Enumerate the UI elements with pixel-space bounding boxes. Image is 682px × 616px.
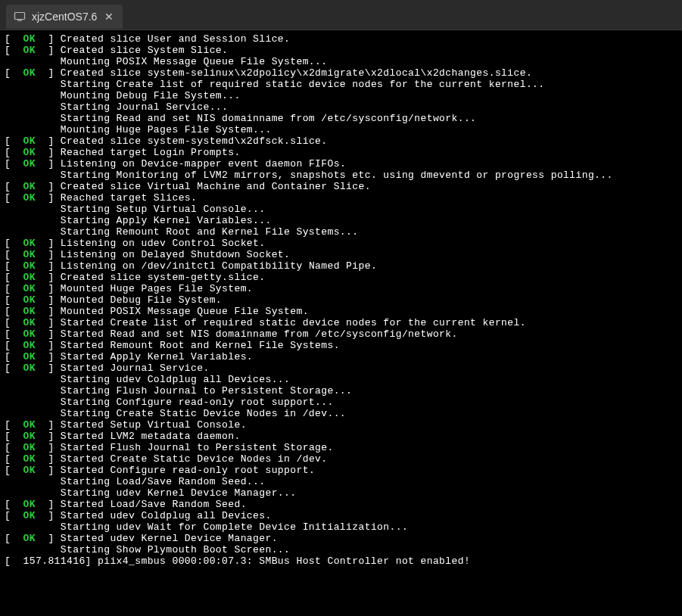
boot-message: Mounted POSIX Message Queue File System. bbox=[61, 306, 309, 317]
boot-line: Starting Apply Kernel Variables... bbox=[5, 215, 677, 226]
boot-line: Starting Read and set NIS domainname fro… bbox=[5, 113, 677, 124]
boot-message: Mounting POSIX Message Queue File System… bbox=[61, 56, 328, 67]
boot-message: Created slice System Slice. bbox=[61, 45, 228, 56]
status-ok: OK bbox=[23, 67, 36, 79]
tab-title: xjzCentOS7.6 bbox=[32, 11, 97, 23]
boot-message: Starting Apply Kernel Variables... bbox=[61, 215, 272, 226]
terminal-output[interactable]: [ OK ] Created slice User and Session Sl… bbox=[0, 30, 682, 616]
boot-line: [ OK ] Reached target Login Prompts. bbox=[5, 147, 677, 158]
boot-line: Starting Load/Save Random Seed... bbox=[5, 476, 677, 487]
boot-message: Created slice User and Session Slice. bbox=[61, 33, 290, 45]
boot-line: [ OK ] Started Create Static Device Node… bbox=[5, 453, 677, 465]
boot-message: Mounted Huge Pages File System. bbox=[61, 283, 253, 294]
status-ok: OK bbox=[23, 147, 36, 158]
boot-line: [ OK ] Listening on Delayed Shutdown Soc… bbox=[5, 249, 677, 260]
boot-message: Started Configure read-only root support… bbox=[61, 465, 315, 476]
boot-line: [ OK ] Listening on Device-mapper event … bbox=[5, 158, 677, 170]
vm-tab[interactable]: xjzCentOS7.6 ✕ bbox=[6, 5, 123, 29]
boot-message: Mounted Debug File System. bbox=[61, 294, 222, 306]
boot-message: Starting udev Coldplug all Devices... bbox=[61, 374, 290, 385]
close-icon[interactable]: ✕ bbox=[103, 11, 115, 23]
boot-line: Starting Create Static Device Nodes in /… bbox=[5, 408, 677, 419]
boot-line: [ 157.811416] piix4_smbus 0000:00:07.3: … bbox=[5, 555, 677, 567]
status-ok: OK bbox=[23, 249, 36, 260]
boot-line: Starting Remount Root and Kernel File Sy… bbox=[5, 226, 677, 238]
boot-message: Listening on Device-mapper event daemon … bbox=[61, 158, 346, 170]
status-ok: OK bbox=[23, 351, 36, 362]
boot-message: Starting udev Wait for Complete Device I… bbox=[61, 521, 408, 533]
boot-line: [ OK ] Started Read and set NIS domainna… bbox=[5, 328, 677, 340]
boot-message: Started Flush Journal to Persistent Stor… bbox=[61, 442, 334, 453]
boot-message: Created slice Virtual Machine and Contai… bbox=[61, 181, 371, 192]
boot-line: [ OK ] Created slice User and Session Sl… bbox=[5, 33, 677, 45]
boot-message: Mounting Debug File System... bbox=[61, 90, 241, 101]
boot-line: [ OK ] Created slice Virtual Machine and… bbox=[5, 181, 677, 192]
boot-message: Created slice system-selinux\x2dpolicy\x… bbox=[61, 67, 532, 79]
boot-message: Starting Journal Service... bbox=[61, 101, 228, 113]
boot-line: [ OK ] Mounted POSIX Message Queue File … bbox=[5, 306, 677, 317]
status-ok: OK bbox=[23, 533, 36, 544]
boot-message: Started udev Kernel Device Manager. bbox=[61, 533, 278, 544]
boot-line: Starting Show Plymouth Boot Screen... bbox=[5, 544, 677, 555]
boot-message: Started Read and set NIS domainname from… bbox=[61, 328, 458, 340]
status-ok: OK bbox=[23, 465, 36, 476]
boot-message: Starting Configure read-only root suppor… bbox=[61, 397, 334, 408]
boot-line: Starting udev Coldplug all Devices... bbox=[5, 374, 677, 385]
status-ok: OK bbox=[23, 283, 36, 294]
boot-line: Starting Journal Service... bbox=[5, 101, 677, 113]
status-ok: OK bbox=[23, 306, 36, 317]
status-ok: OK bbox=[23, 192, 36, 204]
boot-line: [ OK ] Started udev Kernel Device Manage… bbox=[5, 533, 677, 544]
boot-message: Listening on udev Control Socket. bbox=[61, 238, 266, 249]
boot-line: [ OK ] Started Setup Virtual Console. bbox=[5, 419, 677, 431]
boot-message: Starting Remount Root and Kernel File Sy… bbox=[61, 226, 359, 238]
status-ok: OK bbox=[23, 340, 36, 351]
boot-message: Reached target Slices. bbox=[61, 192, 197, 204]
svg-rect-0 bbox=[15, 12, 25, 19]
boot-message: Starting Create Static Device Nodes in /… bbox=[61, 408, 346, 419]
status-ok: OK bbox=[23, 453, 36, 465]
svg-rect-1 bbox=[17, 20, 22, 20]
status-ok: OK bbox=[23, 362, 36, 374]
boot-line: [ OK ] Started Remount Root and Kernel F… bbox=[5, 340, 677, 351]
boot-message: Started Apply Kernel Variables. bbox=[61, 351, 253, 362]
boot-line: [ OK ] Started Create list of required s… bbox=[5, 317, 677, 328]
boot-line: [ OK ] Mounted Debug File System. bbox=[5, 294, 677, 306]
status-ok: OK bbox=[23, 442, 36, 453]
boot-message: Started Create list of required static d… bbox=[61, 317, 526, 328]
boot-message: Mounting Huge Pages File System... bbox=[61, 124, 272, 135]
status-ok: OK bbox=[23, 260, 36, 272]
status-ok: OK bbox=[23, 431, 36, 442]
boot-line: Starting Configure read-only root suppor… bbox=[5, 397, 677, 408]
boot-message: Starting Setup Virtual Console... bbox=[61, 204, 266, 215]
boot-message: Started Load/Save Random Seed. bbox=[61, 499, 247, 510]
status-ok: OK bbox=[23, 181, 36, 192]
boot-message: Started Journal Service. bbox=[61, 362, 210, 374]
status-ok: OK bbox=[23, 499, 36, 510]
boot-line: [ OK ] Listening on udev Control Socket. bbox=[5, 238, 677, 249]
boot-line: Mounting Debug File System... bbox=[5, 90, 677, 101]
boot-message: Started udev Coldplug all Devices. bbox=[61, 510, 272, 521]
boot-message: Started LVM2 metadata daemon. bbox=[61, 431, 241, 442]
boot-message: Listening on Delayed Shutdown Socket. bbox=[61, 249, 290, 260]
status-ok: OK bbox=[23, 317, 36, 328]
boot-message: Started Remount Root and Kernel File Sys… bbox=[61, 340, 340, 351]
boot-line: Mounting Huge Pages File System... bbox=[5, 124, 677, 135]
boot-line: [ OK ] Started Configure read-only root … bbox=[5, 465, 677, 476]
boot-line: [ OK ] Listening on /dev/initctl Compati… bbox=[5, 260, 677, 272]
boot-message: Starting Load/Save Random Seed... bbox=[61, 476, 266, 487]
status-ok: OK bbox=[23, 272, 36, 283]
boot-message: Started Create Static Device Nodes in /d… bbox=[61, 453, 328, 465]
boot-line: [ OK ] Started Load/Save Random Seed. bbox=[5, 499, 677, 510]
boot-line: [ OK ] Started LVM2 metadata daemon. bbox=[5, 431, 677, 442]
boot-message: Started Setup Virtual Console. bbox=[61, 419, 247, 431]
boot-message: Starting Flush Journal to Persistent Sto… bbox=[61, 385, 352, 397]
status-ok: OK bbox=[23, 238, 36, 249]
boot-line: Starting udev Wait for Complete Device I… bbox=[5, 521, 677, 533]
boot-line: Mounting POSIX Message Queue File System… bbox=[5, 56, 677, 67]
kernel-message: [ 157.811416] piix4_smbus 0000:00:07.3: … bbox=[5, 555, 470, 567]
boot-line: [ OK ] Created slice system-selinux\x2dp… bbox=[5, 67, 677, 79]
boot-line: [ OK ] Started Journal Service. bbox=[5, 362, 677, 374]
boot-message: Reached target Login Prompts. bbox=[61, 147, 241, 158]
boot-line: [ OK ] Reached target Slices. bbox=[5, 192, 677, 204]
